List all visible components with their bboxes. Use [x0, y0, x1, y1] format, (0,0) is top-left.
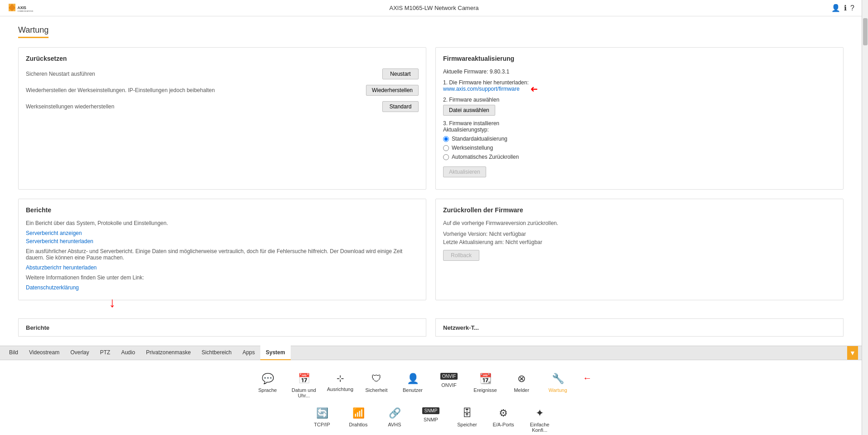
top-header: AXIS COMMUNICATIONS AXIS M1065-LW Networ… — [0, 0, 862, 16]
axis-logo: AXIS COMMUNICATIONS — [7, 2, 34, 15]
info-icon[interactable]: ℹ — [844, 4, 847, 12]
datenschutz-link[interactable]: Datenschutzerklärung — [26, 284, 419, 291]
rollback-button[interactable]: Rollback — [443, 250, 479, 261]
annotation-arrow-firmware: ➜ — [530, 83, 538, 94]
icon-speicher[interactable]: 🗄 Speicher — [449, 404, 485, 435]
sicherheit-label: Sicherheit — [366, 387, 388, 393]
bottom-tabs: Bild Videostream Overlay PTZ Audio Priva… — [0, 346, 862, 360]
scrollbar-thumb[interactable] — [863, 18, 868, 45]
avhs-label: AVHS — [388, 422, 401, 427]
eaports-label: E/A-Ports — [493, 422, 514, 427]
standard-text: Werkseinstellungen wiederherstellen — [26, 103, 382, 110]
tab-overlay[interactable]: Overlay — [65, 346, 94, 360]
icon-eaports[interactable]: ⚙ E/A-Ports — [485, 404, 522, 435]
icon-avhs[interactable]: 🔗 AVHS — [376, 404, 413, 435]
row-wiederherstellen: Wiederherstellen der Werkseinstellungen.… — [26, 85, 419, 96]
aktualisieren-button[interactable]: Aktualisieren — [443, 166, 486, 177]
ausrichtung-label: Ausrichtung — [327, 386, 353, 392]
icon-ausrichtung[interactable]: ⊹ Ausrichtung — [322, 369, 358, 402]
sections-grid: Zurücksetzen Sicheren Neustart ausführen… — [18, 47, 844, 300]
icon-melder[interactable]: ⊗ Melder — [503, 369, 540, 402]
collapse-button[interactable]: ▼ — [847, 346, 858, 360]
radio-standard: Standardaktualisierung — [443, 136, 836, 142]
absturzbericht-link[interactable]: Absturzberichт herunterladen — [26, 264, 419, 271]
logo-area: AXIS COMMUNICATIONS — [7, 2, 34, 15]
icon-wartung[interactable]: 🔧 Wartung ← — [540, 369, 576, 402]
einfache-label: Einfache Konfi... — [523, 422, 556, 433]
firmware-link[interactable]: www.axis.com/support/firmware — [443, 86, 520, 92]
partial-cards: Berichte Netzwerk-T... — [18, 318, 844, 337]
rollback-desc: Auf die vorherige Firmwareversion zurück… — [443, 220, 836, 226]
onvif-icon: ONVIF — [440, 373, 458, 380]
berichte-desc1: Ein Bericht über das System, Protokolle … — [26, 220, 419, 226]
rollback-title: Zurückrollen der Firmware — [443, 206, 836, 214]
tab-ptz[interactable]: PTZ — [95, 346, 116, 360]
sicherheit-icon: 🛡 — [371, 373, 381, 385]
icon-ereignisse[interactable]: 📆 Ereignisse — [467, 369, 503, 402]
card-berichte: Berichte Ein Bericht über das System, Pr… — [18, 199, 426, 300]
section-title-wartung: Wartung — [18, 25, 49, 38]
berichte-desc2: Ein ausführlicher Absturz- und Serverber… — [26, 248, 419, 261]
icon-einfache[interactable]: ✦ Einfache Konfi... — [522, 404, 558, 435]
icon-onvif[interactable]: ONVIF ONVIF — [431, 369, 467, 402]
berichte-title: Berichte — [26, 206, 419, 214]
berichte-desc3: Weitere Informationen finden Sie unter d… — [26, 274, 419, 281]
firmware-step1: 1. Die Firmware hier herunterladen: www.… — [443, 79, 836, 92]
icon-tcpip[interactable]: 🔄 TCP/IP — [304, 404, 340, 435]
serverbericht-anzeigen-link[interactable]: Serverbericht anzeigen — [26, 230, 419, 236]
tab-videostream[interactable]: Videostream — [24, 346, 65, 360]
wartung-label: Wartung — [548, 387, 567, 393]
svg-text:AXIS: AXIS — [18, 6, 27, 10]
icon-grid-row2: 🔄 TCP/IP 📶 Drahtlos 🔗 AVHS SNMP SNMP 🗄 S… — [18, 404, 844, 435]
wiederherstellen-button[interactable]: Wiederherstellen — [366, 85, 419, 96]
datei-auswaehlen-button[interactable]: Datei auswählen — [443, 105, 495, 116]
icon-datum[interactable]: 📅 Datum und Uhr... — [286, 369, 322, 402]
icon-snmp[interactable]: SNMP SNMP — [413, 404, 449, 435]
rollback-last: Letzte Aktualisierung am: Nicht verfügba… — [443, 239, 836, 245]
benutzer-icon: 👤 — [407, 373, 419, 385]
tab-apps[interactable]: Apps — [237, 346, 260, 360]
ausrichtung-icon: ⊹ — [336, 373, 344, 384]
icon-sprache[interactable]: 💬 Sprache — [249, 369, 286, 402]
scroll-down-arrow: ↓ — [109, 295, 116, 310]
standard-button[interactable]: Standard — [382, 101, 419, 112]
radio-auto-input[interactable] — [443, 154, 449, 160]
icon-sicherheit[interactable]: 🛡 Sicherheit — [358, 369, 395, 402]
tab-sichtbereich[interactable]: Sichtbereich — [196, 346, 237, 360]
firmware-title: Firmwareaktualisierung — [443, 55, 836, 62]
tab-system[interactable]: System — [260, 346, 291, 360]
card-rollback: Zurückrollen der Firmware Auf die vorher… — [435, 199, 844, 300]
main-content: Wartung Zurücksetzen Sicheren Neustart a… — [0, 16, 862, 346]
neustart-button[interactable]: Neustart — [382, 68, 419, 79]
firmware-step3: 3. Firmware installieren Aktualisierungs… — [443, 120, 836, 177]
icon-grid-row1: 💬 Sprache 📅 Datum und Uhr... ⊹ Ausrichtu… — [18, 369, 844, 402]
snmp-icon: SNMP — [422, 407, 440, 414]
tab-audio[interactable]: Audio — [116, 346, 141, 360]
radio-standard-input[interactable] — [443, 136, 449, 142]
neustart-text: Sicheren Neustart ausführen — [26, 71, 382, 77]
tab-privatzonenmaske[interactable]: Privatzonenmaske — [141, 346, 196, 360]
einfache-icon: ✦ — [536, 407, 544, 419]
tab-bild[interactable]: Bild — [4, 346, 24, 360]
partial-netzwerk: Netzwerk-T... — [435, 318, 844, 337]
speicher-label: Speicher — [457, 422, 477, 427]
row-standard: Werkseinstellungen wiederherstellen Stan… — [26, 101, 419, 112]
partial-berichte: Berichte — [18, 318, 426, 337]
zuruecksetzen-title: Zurücksetzen — [26, 55, 419, 62]
speicher-icon: 🗄 — [462, 407, 472, 419]
user-icon[interactable]: 👤 — [831, 4, 840, 12]
help-icon[interactable]: ? — [850, 4, 854, 12]
wiederherstellen-text: Wiederherstellen der Werkseinstellungen.… — [26, 87, 366, 93]
ereignisse-icon: 📆 — [479, 373, 492, 385]
serverbericht-herunterladen-link[interactable]: Serverbericht herunterladen — [26, 238, 419, 244]
firmware-current: Aktuelle Firmware: 9.80.3.1 — [443, 68, 836, 75]
row-neustart: Sicheren Neustart ausführen Neustart — [26, 68, 419, 79]
icon-benutzer[interactable]: 👤 Benutzer — [395, 369, 431, 402]
radio-werks-input[interactable] — [443, 145, 449, 151]
right-scrollbar[interactable] — [862, 0, 868, 435]
benutzer-label: Benutzer — [403, 387, 423, 393]
rollback-prev: Vorherige Version: Nicht verfügbar — [443, 231, 836, 237]
sprache-icon: 💬 — [262, 373, 274, 385]
eaports-icon: ⚙ — [499, 407, 508, 419]
icon-drahtlos[interactable]: 📶 Drahtlos — [340, 404, 376, 435]
